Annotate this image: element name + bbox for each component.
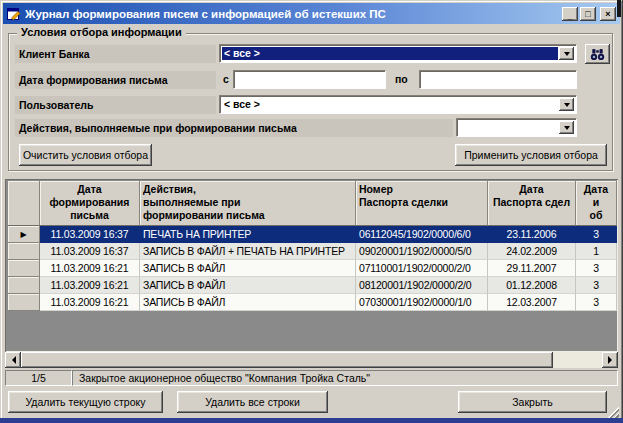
chevron-down-icon <box>564 103 570 110</box>
letters-grid: Дата формирования письма Действия, выпол… <box>5 179 618 352</box>
date-to-label: по <box>395 70 408 89</box>
client-combobox-dropdown-button[interactable] <box>559 47 574 60</box>
header-formed-date: Дата формирования письма <box>40 181 140 226</box>
row-selector-cell: ▶ <box>8 226 40 243</box>
cell-action: ЗАПИСЬ В ФАЙЛ <box>140 277 356 294</box>
table-row[interactable]: 11.03.2009 16:37 ЗАПИСЬ В ФАЙЛ + ПЕЧАТЬ … <box>8 243 617 260</box>
cell-passport-date: 24.02.2009 <box>488 243 576 260</box>
arrow-right-icon <box>608 356 616 364</box>
maximize-button[interactable]: □ <box>580 7 596 21</box>
client-combobox-value[interactable]: < все > <box>222 47 558 60</box>
cell-expiry-date: 3 <box>576 226 617 243</box>
cell-passport-number: 06112045/1902/0000/6/0 <box>356 226 488 243</box>
cell-formed-date: 11.03.2009 16:37 <box>40 226 140 243</box>
cell-passport-date: 12.03.2007 <box>488 294 576 311</box>
header-expiry-date: Дата и об <box>576 181 617 226</box>
date-from-label: с <box>223 70 229 89</box>
clear-filters-button[interactable]: Очистить условия отбора <box>19 144 152 166</box>
find-client-button[interactable] <box>585 44 610 64</box>
resize-grip[interactable] <box>606 405 619 418</box>
header-passport-number: Номер Паспорта сделки <box>356 181 488 226</box>
user-combobox[interactable]: < все > <box>219 95 577 114</box>
cell-passport-number: 08120001/1902/0000/2/0 <box>356 277 488 294</box>
company-status: Закрытое акционерное общество "Компания … <box>72 370 618 386</box>
minimize-icon: _ <box>567 11 572 21</box>
cell-expiry-date: 1 <box>576 243 617 260</box>
minimize-button[interactable]: _ <box>562 7 578 21</box>
delete-current-row-button-label: Удалить текущую строку <box>26 396 146 408</box>
scrollbar-thumb[interactable] <box>21 352 553 368</box>
binoculars-icon <box>590 48 605 61</box>
cell-action: ЗАПИСЬ В ФАЙЛ <box>140 260 356 277</box>
close-dialog-button[interactable]: Закрыть <box>458 391 607 413</box>
cell-expiry-date: 3 <box>576 277 617 294</box>
window-title: Журнал формирования писем с информацией … <box>25 8 558 20</box>
current-row-marker-icon: ▶ <box>21 230 27 239</box>
arrow-left-icon <box>8 356 16 364</box>
cell-passport-date: 23.11.2006 <box>488 226 576 243</box>
table-header-row: Дата формирования письма Действия, выпол… <box>8 181 617 226</box>
actions-combobox-dropdown-button[interactable] <box>559 121 574 134</box>
cell-formed-date: 11.03.2009 16:21 <box>40 277 140 294</box>
delete-all-rows-button-label: Удалить все строки <box>205 396 300 408</box>
maximize-icon: □ <box>585 9 590 19</box>
cell-passport-number: 07110001/1902/0000/2/0 <box>356 260 488 277</box>
apply-filters-button-label: Применить условия отбора <box>464 149 598 161</box>
date-from-input[interactable] <box>233 70 386 89</box>
titlebar[interactable]: Журнал формирования писем с информацией … <box>3 3 620 24</box>
user-label: Пользователь <box>15 96 216 114</box>
cell-formed-date: 11.03.2009 16:21 <box>40 260 140 277</box>
chevron-down-icon <box>564 52 570 59</box>
cell-formed-date: 11.03.2009 16:37 <box>40 243 140 260</box>
letters-table: Дата формирования письма Действия, выпол… <box>8 181 617 311</box>
journal-dialog-window: Журнал формирования писем с информацией … <box>0 0 623 423</box>
apply-filters-button[interactable]: Применить условия отбора <box>455 144 607 166</box>
cell-passport-number: 07030001/1902/0000/1/0 <box>356 294 488 311</box>
row-selector-cell <box>8 243 40 260</box>
header-selector <box>8 181 40 226</box>
table-row[interactable]: ▶ 11.03.2009 16:37 ПЕЧАТЬ НА ПРИНТЕР 061… <box>8 226 617 243</box>
cell-action: ПЕЧАТЬ НА ПРИНТЕР <box>140 226 356 243</box>
filter-groupbox: Условия отбора информации Клиент Банка <… <box>8 33 613 171</box>
row-selector-cell <box>8 260 40 277</box>
clear-filters-button-label: Очистить условия отбора <box>23 149 148 161</box>
delete-current-row-button[interactable]: Удалить текущую строку <box>8 391 163 413</box>
date-to-input[interactable] <box>419 70 577 89</box>
client-combobox[interactable]: < все > <box>219 44 577 63</box>
client-label: Клиент Банка <box>15 45 216 63</box>
cell-action: ЗАПИСЬ В ФАЙЛ <box>140 294 356 311</box>
cell-passport-date: 29.11.2007 <box>488 260 576 277</box>
scroll-right-button[interactable] <box>602 352 618 368</box>
close-dialog-button-label: Закрыть <box>512 396 552 408</box>
right-edge-artifact <box>617 0 621 17</box>
user-combobox-value[interactable]: < все > <box>222 98 558 111</box>
close-icon: × <box>605 9 610 19</box>
row-selector-cell <box>8 294 40 311</box>
letter-date-label: Дата формирования письма <box>15 71 216 89</box>
filter-group-title: Условия отбора информации <box>17 26 186 38</box>
cell-expiry-date: 3 <box>576 260 617 277</box>
app-icon <box>7 7 21 21</box>
table-row[interactable]: 11.03.2009 16:21 ЗАПИСЬ В ФАЙЛ 07030001/… <box>8 294 617 311</box>
actions-combobox[interactable] <box>456 118 577 137</box>
close-button[interactable]: × <box>600 7 616 21</box>
actions-combobox-value[interactable] <box>459 121 558 134</box>
cell-action: ЗАПИСЬ В ФАЙЛ + ПЕЧАТЬ НА ПРИНТЕР <box>140 243 356 260</box>
cell-formed-date: 11.03.2009 16:21 <box>40 294 140 311</box>
row-selector-cell <box>8 277 40 294</box>
cell-passport-date: 01.12.2008 <box>488 277 576 294</box>
actions-label: Действия, выполняемые при формировании п… <box>15 119 453 137</box>
header-action: Действия, выполняемые при формировании п… <box>140 181 356 226</box>
horizontal-scrollbar[interactable] <box>5 352 618 368</box>
table-row[interactable]: 11.03.2009 16:21 ЗАПИСЬ В ФАЙЛ 08120001/… <box>8 277 617 294</box>
cell-passport-number: 09020001/1902/0000/5/0 <box>356 243 488 260</box>
bottom-edge-artifact <box>0 418 623 423</box>
record-counter: 1/5 <box>5 370 72 386</box>
user-combobox-dropdown-button[interactable] <box>559 98 574 111</box>
chevron-down-icon <box>564 126 570 133</box>
scroll-left-button[interactable] <box>5 352 21 368</box>
header-passport-date: Дата Паспорта сдел <box>488 181 576 226</box>
delete-all-rows-button[interactable]: Удалить все строки <box>177 391 328 413</box>
cell-expiry-date: 3 <box>576 294 617 311</box>
table-row[interactable]: 11.03.2009 16:21 ЗАПИСЬ В ФАЙЛ 07110001/… <box>8 260 617 277</box>
